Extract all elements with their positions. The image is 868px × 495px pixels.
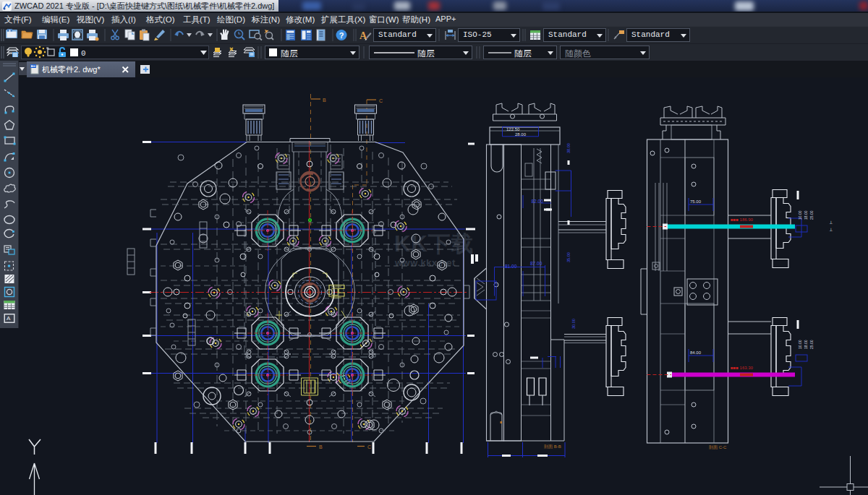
svg-text:30.00: 30.00 (571, 319, 576, 329)
svg-text:B: B (319, 444, 323, 449)
svg-text:18.00: 18.00 (804, 210, 808, 220)
svg-text:KK下载: KK下载 (394, 231, 475, 257)
svg-text:C: C (367, 444, 371, 449)
svg-text:■■■ 186.90: ■■■ 186.90 (731, 218, 754, 222)
svg-text:25.00: 25.00 (809, 210, 814, 220)
svg-text:35.00: 35.00 (566, 252, 571, 262)
svg-text:75.00: 75.00 (690, 199, 702, 204)
svg-text:10.00: 10.00 (798, 340, 802, 349)
svg-text:10.00: 10.00 (798, 210, 802, 220)
svg-text:C: C (379, 98, 383, 103)
svg-text:25.00: 25.00 (809, 340, 814, 349)
svg-text:87.00: 87.00 (530, 261, 542, 266)
svg-text:⊥: ⊥ (829, 220, 833, 225)
svg-text:■■■ 163.30: ■■■ 163.30 (731, 366, 754, 370)
svg-text:81.00: 81.00 (505, 264, 517, 269)
svg-text:⊥: ⊥ (829, 228, 833, 232)
svg-text:剖面 C-C: 剖面 C-C (708, 444, 727, 450)
svg-text:B: B (323, 98, 326, 103)
svg-text:18.00: 18.00 (804, 340, 808, 349)
svg-text:122.50: 122.50 (506, 127, 520, 132)
svg-text:剖面 B-B: 剖面 B-B (543, 444, 561, 449)
svg-text:84.00: 84.00 (690, 350, 702, 355)
svg-text:28.00: 28.00 (515, 132, 527, 137)
svg-text:38.00: 38.00 (566, 143, 571, 153)
svg-text:0: 0 (81, 49, 86, 58)
svg-text:?: ? (339, 31, 344, 40)
